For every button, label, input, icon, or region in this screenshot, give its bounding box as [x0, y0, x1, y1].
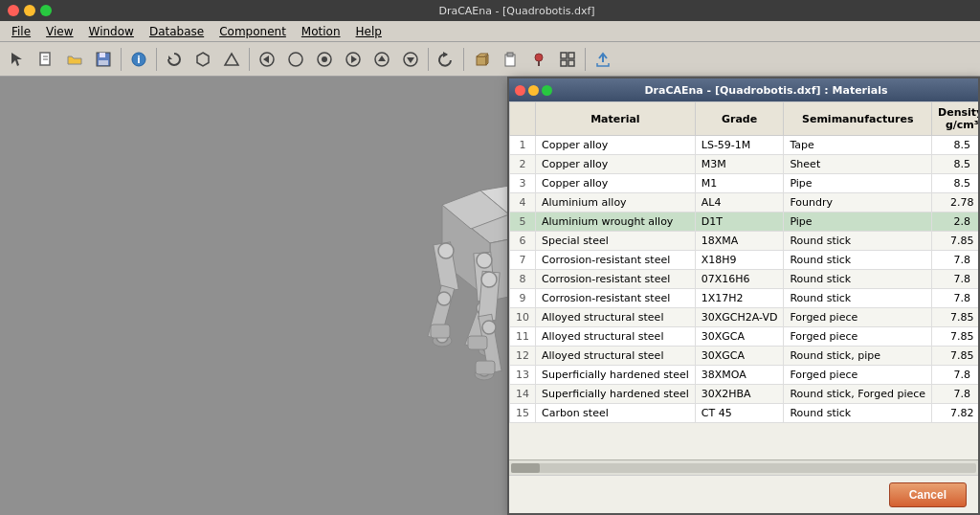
maximize-button[interactable] — [40, 5, 52, 16]
cell-grade: 30XGCH2A-VD — [695, 308, 784, 327]
cell-grade: 38XMOA — [695, 366, 784, 385]
minimize-button[interactable] — [24, 5, 35, 16]
cell-grade: M3M — [695, 155, 784, 174]
cell-density: 2.8 — [932, 213, 978, 232]
toolbar-pointer-btn[interactable] — [4, 46, 31, 73]
cell-id: 14 — [510, 385, 536, 404]
window-controls[interactable] — [8, 5, 52, 16]
cell-semi: Foundry — [784, 193, 932, 213]
table-row[interactable]: 8 Corrosion-resistant steel 07X16H6 Roun… — [510, 270, 979, 289]
menu-motion[interactable]: Motion — [294, 23, 348, 40]
toolbar-pin-btn[interactable] — [525, 46, 552, 73]
toolbar-open-btn[interactable] — [61, 46, 88, 73]
scroll-track[interactable] — [511, 463, 976, 473]
table-row[interactable]: 2 Copper alloy M3M Sheet 8.5 10000 — [510, 155, 979, 174]
toolbar-grid-btn[interactable] — [554, 46, 581, 73]
table-row[interactable]: 12 Alloyed structural steel 30XGCA Round… — [510, 347, 979, 366]
cell-grade: M1 — [695, 174, 784, 193]
toolbar-info-btn[interactable]: i — [125, 46, 152, 73]
cell-material: Alloyed structural steel — [536, 308, 696, 327]
table-row[interactable]: 9 Corrosion-resistant steel 1X17H2 Round… — [510, 289, 979, 308]
svg-rect-33 — [561, 60, 567, 66]
toolbar-box-btn[interactable] — [468, 46, 495, 73]
table-row[interactable]: 13 Superficially hardened steel 38XMOA F… — [510, 366, 979, 385]
dialog-controls[interactable] — [515, 85, 552, 96]
svg-marker-10 — [197, 53, 209, 66]
dialog-close-btn[interactable] — [515, 85, 525, 96]
cell-semi: Round stick, pipe — [784, 347, 932, 366]
menu-component[interactable]: Component — [212, 23, 294, 40]
table-row[interactable]: 6 Special steel 18XMA Round stick 7.85 2… — [510, 232, 979, 251]
toolbar-nav-left-btn[interactable] — [254, 46, 280, 73]
svg-point-56 — [481, 272, 497, 287]
scroll-thumb[interactable] — [511, 463, 540, 473]
toolbar-down-btn[interactable] — [397, 46, 424, 73]
cell-id: 7 — [510, 251, 536, 270]
svg-rect-31 — [561, 53, 567, 58]
svg-point-44 — [438, 243, 454, 258]
materials-dialog: DraCAEna - [Quadrobotis.dxf] : Materials… — [507, 77, 980, 515]
toolbar-clipboard-btn[interactable] — [497, 46, 523, 73]
toolbar-export-btn[interactable] — [590, 46, 616, 73]
toolbar-triangle-btn[interactable] — [218, 46, 245, 73]
svg-marker-11 — [225, 54, 238, 65]
toolbar-sep-3 — [249, 48, 250, 71]
toolbar-circle2-btn[interactable] — [311, 46, 338, 73]
svg-point-14 — [289, 53, 302, 66]
materials-table[interactable]: Material Grade Semimanufactures Density,… — [509, 101, 978, 459]
toolbar-new-btn[interactable] — [33, 46, 59, 73]
table-row[interactable]: 3 Copper alloy M1 Pipe 8.5 10000 — [510, 174, 979, 193]
toolbar-sep-1 — [121, 48, 122, 71]
toolbar-up-btn[interactable] — [368, 46, 395, 73]
svg-point-29 — [535, 54, 543, 61]
cancel-button[interactable]: Cancel — [889, 482, 967, 507]
cell-density: 8.5 — [932, 174, 978, 193]
table-row[interactable]: 15 Carbon steel CT 45 Round stick 7.82 2… — [510, 404, 979, 423]
toolbar-sep-5 — [463, 48, 464, 71]
toolbar-hex-btn[interactable] — [189, 46, 216, 73]
dialog-minimize-btn[interactable] — [528, 85, 539, 96]
menu-window[interactable]: Window — [81, 23, 142, 40]
table-row[interactable]: 10 Alloyed structural steel 30XGCH2A-VD … — [510, 308, 979, 327]
col-header-density[interactable]: Density, g/cm³ — [932, 102, 978, 136]
table-row[interactable]: 14 Superficially hardened steel 30X2HBA … — [510, 385, 979, 404]
cell-grade: 30XGCA — [695, 347, 784, 366]
toolbar-circle-btn[interactable] — [282, 46, 309, 73]
cell-density: 7.8 — [932, 270, 978, 289]
dialog-maximize-btn[interactable] — [542, 85, 552, 96]
col-header-material[interactable]: Material — [536, 102, 696, 136]
table-row[interactable]: 4 Aluminium alloy AL4 Foundry 2.78 7000 — [510, 193, 979, 213]
toolbar-undo-btn[interactable] — [433, 46, 459, 73]
cell-material: Corrosion-resistant steel — [536, 289, 696, 308]
cell-semi: Forged piece — [784, 327, 932, 347]
cell-id: 15 — [510, 404, 536, 423]
table-row[interactable]: 11 Alloyed structural steel 30XGCA Forge… — [510, 327, 979, 347]
cell-semi: Round stick — [784, 289, 932, 308]
svg-rect-67 — [476, 361, 495, 374]
toolbar-nav-right-btn[interactable] — [340, 46, 367, 73]
table-row[interactable]: 7 Corrosion-resistant steel X18H9 Round … — [510, 251, 979, 270]
menu-database[interactable]: Database — [142, 23, 212, 40]
cell-id: 1 — [510, 136, 536, 155]
cell-density: 7.85 — [932, 347, 978, 366]
cell-density: 7.8 — [932, 366, 978, 385]
horizontal-scrollbar[interactable] — [509, 459, 978, 475]
menu-help[interactable]: Help — [348, 23, 390, 40]
table-row[interactable]: 5 Aluminium wrought alloy D1T Pipe 2.8 7… — [510, 213, 979, 232]
cell-material: Alloyed structural steel — [536, 347, 696, 366]
cell-material: Aluminium wrought alloy — [536, 213, 696, 232]
toolbar-rotate-btn[interactable] — [161, 46, 188, 73]
table-row[interactable]: 1 Copper alloy LS-59-1M Tape 8.5 10000 — [510, 136, 979, 155]
toolbar-save-btn[interactable] — [90, 46, 117, 73]
cell-density: 7.85 — [932, 308, 978, 327]
cell-id: 11 — [510, 327, 536, 347]
col-header-grade[interactable]: Grade — [695, 102, 784, 136]
cell-material: Superficially hardened steel — [536, 366, 696, 385]
menu-view[interactable]: View — [38, 23, 80, 40]
menu-file[interactable]: File — [4, 23, 38, 40]
col-header-semi[interactable]: Semimanufactures — [784, 102, 932, 136]
close-button[interactable] — [8, 5, 19, 16]
cell-material: Carbon steel — [536, 404, 696, 423]
title-bar: DraCAEna - [Quadrobotis.dxf] — [0, 0, 980, 21]
window-title: DraCAEna - [Quadrobotis.dxf] — [61, 5, 972, 17]
